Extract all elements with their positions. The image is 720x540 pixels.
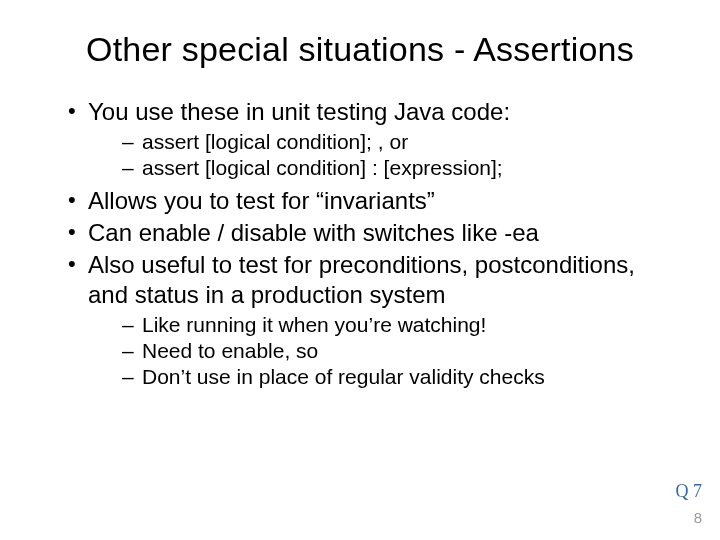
bullet-text: Also useful to test for preconditions, p… (88, 251, 635, 308)
bullet-item: Allows you to test for “invariants” (68, 186, 670, 216)
page-number: 8 (694, 509, 702, 526)
sub-text: Don’t use in place of regular validity c… (142, 365, 545, 388)
bullet-item: You use these in unit testing Java code:… (68, 97, 670, 182)
sub-text: assert [logical condition] : [expression… (142, 156, 503, 179)
sub-text: Like running it when you’re watching! (142, 313, 486, 336)
question-reference: Q 7 (676, 481, 703, 502)
sub-text: Need to enable, so (142, 339, 318, 362)
bullet-text: Can enable / disable with switches like … (88, 219, 539, 246)
sub-item: Don’t use in place of regular validity c… (122, 364, 670, 390)
slide-title: Other special situations - Assertions (50, 30, 670, 69)
bullet-item: Also useful to test for preconditions, p… (68, 250, 670, 391)
slide: Other special situations - Assertions Yo… (0, 0, 720, 540)
bullet-text: You use these in unit testing Java code: (88, 98, 510, 125)
bullet-item: Can enable / disable with switches like … (68, 218, 670, 248)
sub-text: assert [logical condition]; , or (142, 130, 408, 153)
sub-list: assert [logical condition]; , or assert … (88, 129, 670, 182)
bullet-text: Allows you to test for “invariants” (88, 187, 435, 214)
sub-item: assert [logical condition]; , or (122, 129, 670, 155)
sub-list: Like running it when you’re watching! Ne… (88, 312, 670, 391)
bullet-list: You use these in unit testing Java code:… (50, 97, 670, 390)
sub-item: Need to enable, so (122, 338, 670, 364)
sub-item: Like running it when you’re watching! (122, 312, 670, 338)
sub-item: assert [logical condition] : [expression… (122, 155, 670, 181)
